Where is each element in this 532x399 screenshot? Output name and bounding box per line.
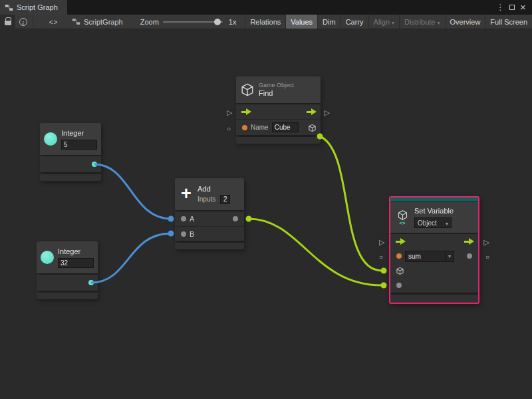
- values-button[interactable]: Values: [285, 15, 317, 29]
- node-integer-top[interactable]: Integer 5: [40, 123, 101, 181]
- game-object-icon: [397, 209, 408, 221]
- lock-button[interactable]: [0, 15, 15, 29]
- integer-value-input[interactable]: 32: [58, 258, 94, 268]
- add-output-port[interactable]: [233, 216, 238, 221]
- variable-name-dropdown[interactable]: sum: [405, 251, 454, 262]
- flow-in-connector[interactable]: [379, 237, 384, 247]
- variable-scope-value: Object: [418, 219, 437, 227]
- node-header[interactable]: Add Inputs 2: [175, 178, 244, 210]
- add-input-b-port[interactable]: [181, 231, 186, 237]
- inspect-button[interactable]: [15, 15, 31, 29]
- toolbar-separator: [33, 17, 33, 27]
- node-header[interactable]: Game Object Find: [236, 76, 321, 103]
- carry-button[interactable]: Carry: [340, 15, 368, 29]
- code-icon: [49, 18, 59, 26]
- variable-scope-dropdown[interactable]: Object: [414, 217, 452, 228]
- variable-connector[interactable]: [379, 251, 383, 261]
- wire-integer32-to-add-b[interactable]: [91, 233, 171, 283]
- name-value-input[interactable]: Cube: [272, 122, 299, 132]
- wire-endpoint[interactable]: [168, 216, 174, 222]
- node-title: Add: [198, 185, 240, 194]
- window-menu-icon[interactable]: [495, 2, 506, 13]
- flow-out-connector[interactable]: [484, 237, 489, 247]
- node-title: Integer: [58, 247, 94, 256]
- flow-in-icon[interactable]: [396, 238, 406, 245]
- edit-source-button[interactable]: [46, 15, 61, 29]
- value-out-connector[interactable]: [485, 251, 489, 261]
- node-footer: [236, 137, 321, 144]
- integer-output-port[interactable]: [92, 162, 97, 167]
- wire-add-to-setvariable-value[interactable]: [249, 219, 382, 285]
- inputs-label: Inputs: [198, 196, 215, 203]
- node-header[interactable]: Integer 5: [40, 123, 101, 155]
- tab-title: Script Graph: [17, 3, 58, 11]
- close-icon[interactable]: [517, 2, 529, 13]
- script-graph-icon: [72, 17, 80, 26]
- zoom-slider-handle[interactable]: [214, 19, 221, 25]
- node-set-variable[interactable]: Set Variable Object sum: [389, 196, 479, 304]
- node-find[interactable]: Game Object Find Name Cube: [236, 76, 321, 144]
- port-label: B: [190, 230, 194, 238]
- align-button[interactable]: Align: [368, 15, 399, 29]
- script-graph-window: Script Graph ScriptGraph Zoom: [0, 0, 532, 399]
- overview-button[interactable]: Overview: [445, 15, 485, 29]
- graph-toolbar: ScriptGraph Zoom 1x Relations Values Dim…: [0, 15, 532, 29]
- integer-icon: [44, 132, 57, 146]
- wire-endpoint[interactable]: [381, 283, 387, 289]
- code-brackets-icon: [399, 221, 405, 225]
- node-title: Integer: [61, 129, 97, 138]
- graph-tab-icon: [5, 3, 13, 12]
- variable-name-value: sum: [406, 253, 445, 260]
- node-footer: [40, 174, 101, 181]
- game-object-output-port[interactable]: [308, 123, 317, 132]
- wire-endpoint[interactable]: [381, 268, 387, 274]
- add-icon: [179, 186, 194, 202]
- inputs-count-input[interactable]: 2: [220, 195, 230, 204]
- chevron-down-icon: [438, 18, 440, 26]
- flow-out-connector[interactable]: [325, 107, 330, 117]
- chevron-down-icon: [445, 251, 454, 261]
- dim-button[interactable]: Dim: [317, 15, 340, 29]
- name-label: Name: [251, 124, 269, 131]
- node-integer-bottom[interactable]: Integer 32: [37, 241, 98, 299]
- flow-in-connector[interactable]: [227, 107, 232, 117]
- tab-script-graph[interactable]: Script Graph: [0, 0, 67, 15]
- flow-out-icon[interactable]: [307, 108, 317, 115]
- flow-out-icon[interactable]: [464, 238, 474, 245]
- game-object-icon: [240, 82, 255, 97]
- wire-find-to-setvariable-target[interactable]: [320, 136, 382, 271]
- info-icon: [19, 18, 27, 26]
- add-input-a-port[interactable]: [181, 216, 186, 221]
- name-connector[interactable]: [227, 123, 231, 133]
- window-controls: [495, 0, 532, 15]
- wire-integer5-to-add-a[interactable]: [94, 164, 171, 219]
- title-bar: Script Graph: [0, 0, 532, 15]
- zoom-slider[interactable]: [163, 15, 224, 29]
- zoom-label: Zoom: [140, 18, 159, 26]
- node-add[interactable]: Add Inputs 2 A B: [175, 178, 244, 249]
- game-object-input-port[interactable]: [396, 266, 404, 275]
- flow-in-icon[interactable]: [241, 108, 251, 115]
- variable-name-port[interactable]: [396, 253, 402, 259]
- graph-name: ScriptGraph: [84, 18, 123, 26]
- graph-canvas[interactable]: Integer 5 Integer 32: [0, 29, 532, 399]
- relations-button[interactable]: Relations: [245, 15, 285, 29]
- integer-value-input[interactable]: 5: [61, 140, 97, 150]
- game-object-icon: [396, 267, 404, 275]
- integer-output-port[interactable]: [88, 280, 94, 285]
- fullscreen-button[interactable]: Full Screen: [485, 15, 532, 29]
- node-title: Set Variable: [414, 207, 474, 215]
- value-input-port[interactable]: [396, 283, 402, 288]
- wire-endpoint[interactable]: [168, 231, 174, 237]
- name-input-port[interactable]: [242, 125, 247, 130]
- game-object-icon: [308, 124, 317, 132]
- maximize-icon[interactable]: [506, 2, 517, 13]
- value-output-port[interactable]: [467, 253, 472, 259]
- node-header[interactable]: Integer 32: [37, 241, 98, 273]
- node-header[interactable]: Set Variable Object: [390, 202, 478, 233]
- toolbar-buttons: Relations Values Dim Carry Align Distrib…: [245, 15, 532, 29]
- node-title: Find: [259, 89, 317, 98]
- distribute-button[interactable]: Distribute: [399, 15, 444, 29]
- graph-breadcrumb[interactable]: ScriptGraph: [72, 17, 123, 26]
- wire-endpoint[interactable]: [246, 216, 252, 222]
